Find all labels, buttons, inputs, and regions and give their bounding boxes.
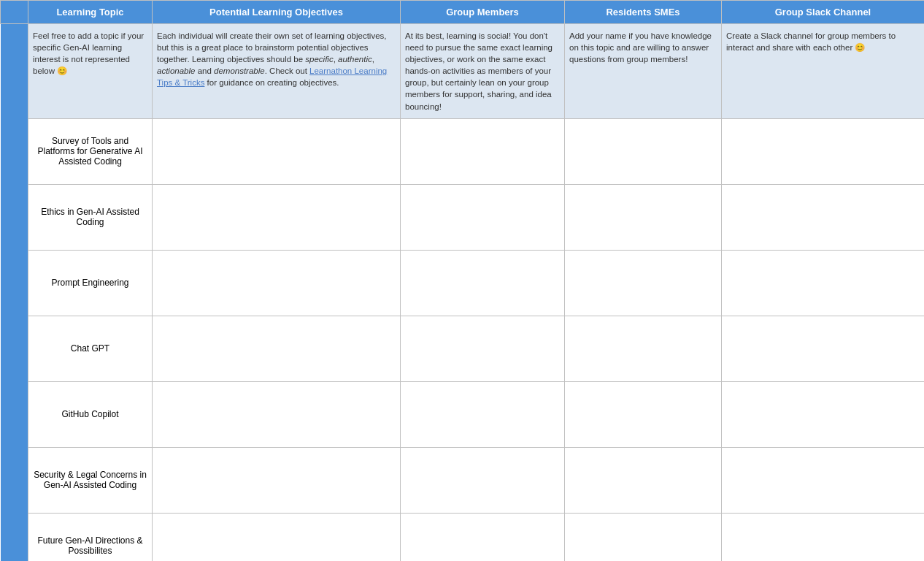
row-3-smes[interactable] (565, 250, 722, 316)
table-row: Survey of Tools and Platforms for Genera… (1, 118, 925, 184)
row-2-indicator (1, 184, 28, 250)
row-1-topic: Survey of Tools and Platforms for Genera… (28, 118, 153, 184)
row-5-slack[interactable] (722, 381, 925, 447)
row-2-slack[interactable] (722, 184, 925, 250)
objectives-header: Potential Learning Objectives (153, 1, 401, 24)
desc-objectives-text: Each individual will create their own se… (157, 31, 387, 87)
row-5-indicator (1, 381, 28, 447)
row-7-members[interactable] (401, 513, 565, 561)
row-1-smes[interactable] (565, 118, 722, 184)
row-6-objectives[interactable] (153, 447, 401, 513)
table-row: Security & Legal Concerns in Gen-AI Assi… (1, 447, 925, 513)
desc-objectives-cell: Each individual will create their own se… (153, 24, 401, 119)
slack-header: Group Slack Channel (722, 1, 925, 24)
row-3-slack[interactable] (722, 250, 925, 316)
row-4-topic: Chat GPT (28, 316, 153, 381)
table-row: Ethics in Gen-AI Assisted Coding (1, 184, 925, 250)
indicator-header (1, 1, 28, 24)
row-7-indicator (1, 513, 28, 561)
row-7-topic: Future Gen-AI Directions & Possibilites (28, 513, 153, 561)
row-3-members[interactable] (401, 250, 565, 316)
row-6-indicator (1, 447, 28, 513)
row-2-topic: Ethics in Gen-AI Assisted Coding (28, 184, 153, 250)
smes-header: Residents SMEs (565, 1, 722, 24)
row-4-slack[interactable] (722, 316, 925, 381)
row-3-objectives[interactable] (153, 250, 401, 316)
row-4-smes[interactable] (565, 316, 722, 381)
row-7-slack[interactable] (722, 513, 925, 561)
row-5-topic: GitHub Copilot (28, 381, 153, 447)
row-1-indicator (1, 118, 28, 184)
description-row: Feel free to add a topic if your specifi… (1, 24, 925, 119)
desc-smes-cell: Add your name if you have knowledge on t… (565, 24, 722, 119)
row-5-smes[interactable] (565, 381, 722, 447)
desc-topic-text: Feel free to add a topic if your specifi… (33, 31, 144, 75)
row-6-topic: Security & Legal Concerns in Gen-AI Assi… (28, 447, 153, 513)
row-7-objectives[interactable] (153, 513, 401, 561)
row-1-objectives[interactable] (153, 118, 401, 184)
desc-members-text: At its best, learning is social! You don… (405, 31, 553, 111)
row-6-members[interactable] (401, 447, 565, 513)
row-1-slack[interactable] (722, 118, 925, 184)
row-3-topic: Prompt Engineering (28, 250, 153, 316)
table-row: GitHub Copilot (1, 381, 925, 447)
row-6-slack[interactable] (722, 447, 925, 513)
row-4-objectives[interactable] (153, 316, 401, 381)
desc-topic-cell: Feel free to add a topic if your specifi… (28, 24, 153, 119)
row-6-smes[interactable] (565, 447, 722, 513)
row-5-objectives[interactable] (153, 381, 401, 447)
table-row: Future Gen-AI Directions & Possibilites (1, 513, 925, 561)
topic-header: Learning Topic (28, 1, 153, 24)
desc-slack-cell: Create a Slack channel for group members… (722, 24, 925, 119)
row-3-indicator (1, 250, 28, 316)
desc-slack-text: Create a Slack channel for group members… (726, 31, 896, 52)
desc-indicator (1, 24, 28, 119)
row-2-members[interactable] (401, 184, 565, 250)
row-1-members[interactable] (401, 118, 565, 184)
row-5-members[interactable] (401, 381, 565, 447)
row-2-objectives[interactable] (153, 184, 401, 250)
row-4-indicator (1, 316, 28, 381)
row-7-smes[interactable] (565, 513, 722, 561)
row-2-smes[interactable] (565, 184, 722, 250)
row-4-members[interactable] (401, 316, 565, 381)
desc-smes-text: Add your name if you have knowledge on t… (569, 31, 712, 64)
table-row: Chat GPT (1, 316, 925, 381)
members-header: Group Members (401, 1, 565, 24)
desc-members-cell: At its best, learning is social! You don… (401, 24, 565, 119)
table-row: Prompt Engineering (1, 250, 925, 316)
